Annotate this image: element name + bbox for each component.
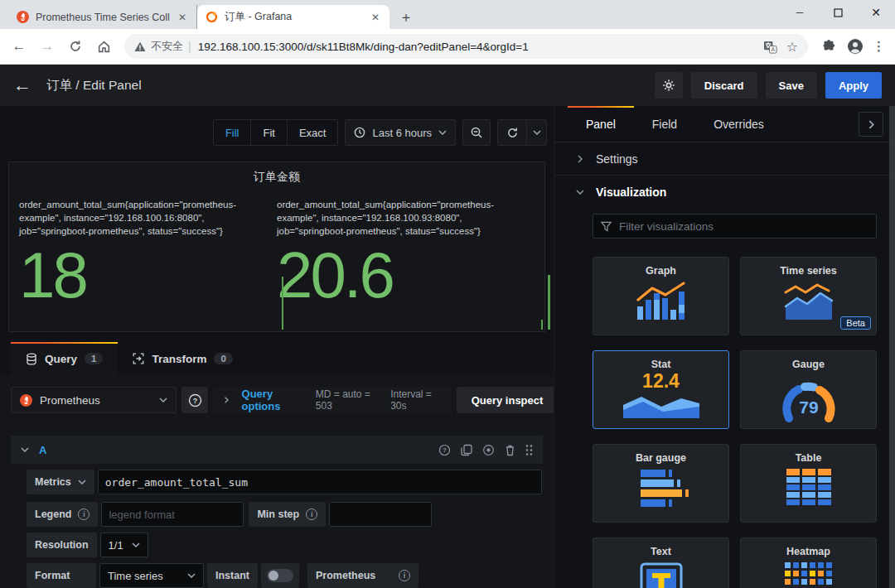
close-button[interactable]: ✕	[857, 0, 895, 25]
info-icon: i	[306, 508, 317, 520]
help-circle-icon: ?	[188, 393, 202, 407]
info-icon: i	[399, 570, 410, 581]
apply-button[interactable]: Apply	[825, 72, 882, 99]
zoom-out-button[interactable]	[462, 119, 491, 146]
settings-label: Settings	[596, 152, 638, 166]
viz-card-heatmap[interactable]: Heatmap	[740, 537, 877, 588]
browser-tab-grafana[interactable]: 订单 - Grafana ✕	[197, 5, 389, 29]
datasource-picker[interactable]: Prometheus	[11, 387, 177, 413]
tab-field[interactable]: Field	[634, 106, 695, 142]
viz-card-graph[interactable]: Graph	[593, 257, 729, 335]
address-bar[interactable]: 不安全 | 192.168.100.15:3000/d/sk11Bt8Mk/di…	[124, 34, 808, 59]
format-value: Time series	[108, 570, 179, 582]
format-select[interactable]: Time series	[99, 563, 204, 588]
stat-value: 20.6	[277, 244, 508, 306]
tab-panel[interactable]: Panel	[568, 106, 634, 142]
extensions-puzzle-icon[interactable]	[820, 37, 838, 55]
back-icon[interactable]: ←	[7, 34, 31, 59]
time-range-picker[interactable]: Last 6 hours	[345, 119, 456, 146]
minimize-button[interactable]: ─	[781, 0, 819, 25]
translate-icon[interactable]: A	[762, 37, 780, 55]
viz-card-time-series[interactable]: Time series Beta	[740, 257, 877, 335]
query-help-icon[interactable]: ?	[438, 444, 451, 456]
discard-button[interactable]: Discard	[691, 72, 757, 99]
reload-icon[interactable]	[63, 34, 88, 59]
profile-avatar[interactable]	[846, 37, 864, 55]
viz-card-title: Heatmap	[786, 546, 830, 557]
sidebar-scrollbar[interactable]	[889, 106, 895, 588]
maximize-button[interactable]	[819, 0, 857, 25]
datasource-help-button[interactable]: ?	[181, 387, 208, 413]
query-inspector-button[interactable]: Query inspect	[457, 387, 554, 413]
max-datapoints-text: MD = auto = 503	[316, 388, 379, 412]
exact-option[interactable]: Exact	[288, 120, 338, 145]
forward-icon[interactable]: →	[35, 34, 60, 59]
query-row-header[interactable]: A ?	[11, 436, 543, 464]
metrics-dropdown[interactable]: Metrics	[27, 470, 94, 494]
legend-format-input[interactable]	[101, 502, 244, 527]
page-title: 订单 / Edit Panel	[46, 77, 640, 94]
time-range-label: Last 6 hours	[372, 127, 432, 139]
tab-close-icon[interactable]: ✕	[370, 12, 381, 23]
tab-query[interactable]: Query 1	[11, 342, 118, 375]
collapse-sidebar-button[interactable]	[859, 112, 883, 137]
tab-title: 订单 - Grafana	[225, 10, 363, 24]
transform-icon	[133, 353, 144, 364]
viz-card-table[interactable]: Table	[740, 444, 877, 523]
bookmark-star-icon[interactable]: ☆	[786, 39, 798, 55]
gear-icon	[662, 79, 675, 92]
browser-tab-prometheus[interactable]: Prometheus Time Series Colle ✕	[8, 5, 197, 29]
panel-settings-gear-button[interactable]	[655, 72, 683, 99]
settings-section-header[interactable]: Settings	[554, 142, 895, 176]
pane-size-toggle: Fill Fit Exact	[213, 119, 339, 146]
chevron-down-icon	[159, 398, 167, 402]
delete-query-trash-icon[interactable]	[505, 444, 515, 456]
heatmap-icon	[785, 562, 833, 588]
fit-option[interactable]: Fit	[251, 120, 286, 145]
beta-badge: Beta	[840, 316, 871, 330]
browser-toolbar: ← → 不安全 | 192.168.100.15:3000/d/sk11Bt8M…	[0, 29, 895, 65]
clock-icon	[354, 127, 365, 138]
tab-overrides[interactable]: Overrides	[695, 106, 782, 142]
exemplars-label: Prometheus i	[307, 563, 418, 588]
tab-transform[interactable]: Transform 0	[118, 342, 247, 375]
drag-handle-icon[interactable]	[525, 444, 533, 456]
visualization-section-header[interactable]: Visualization	[554, 176, 895, 209]
browser-tabstrip: Prometheus Time Series Colle ✕ 订单 - Graf…	[0, 0, 895, 29]
tab-title: Prometheus Time Series Colle	[36, 12, 170, 23]
instant-toggle[interactable]	[261, 563, 299, 588]
filter-visualizations-input[interactable]	[619, 220, 868, 233]
tab-close-icon[interactable]: ✕	[177, 12, 188, 23]
viz-card-gauge[interactable]: Gauge 79	[740, 350, 877, 429]
disable-query-eye-icon[interactable]	[482, 444, 495, 456]
resolution-select[interactable]: 1/1	[100, 533, 148, 557]
refresh-button[interactable]	[497, 119, 527, 146]
stat-panel-preview[interactable]: 订单金额 order_amount_total_sum{application=…	[8, 161, 545, 332]
query-options-label: Query options	[242, 388, 304, 412]
browser-menu-icon[interactable]: ⋮	[873, 39, 885, 54]
refresh-control	[497, 119, 547, 146]
viz-card-stat[interactable]: Stat 12.4	[593, 350, 729, 429]
security-chip[interactable]: 不安全 |	[134, 39, 191, 54]
metric-expression-input[interactable]	[98, 470, 542, 494]
gauge-icon: 79	[777, 375, 840, 423]
min-step-input[interactable]	[329, 502, 432, 527]
new-tab-button[interactable]: ＋	[394, 5, 418, 28]
duplicate-query-icon[interactable]	[461, 444, 472, 456]
instant-label-text: Instant	[215, 570, 249, 581]
min-step-label: Min step i	[249, 502, 326, 527]
query-options-bar[interactable]: Query options MD = auto = 503 Interval =…	[213, 387, 452, 413]
back-arrow-icon[interactable]: ←	[13, 76, 31, 94]
bar-gauge-icon	[634, 469, 689, 508]
time-series-icon	[782, 282, 835, 321]
save-button[interactable]: Save	[766, 72, 817, 99]
viz-card-bar-gauge[interactable]: Bar gauge	[593, 444, 729, 523]
home-icon[interactable]	[91, 34, 116, 59]
stat-preview-value: 12.4	[642, 372, 680, 391]
filter-visualizations-field[interactable]	[593, 214, 877, 239]
refresh-icon	[506, 127, 519, 139]
sparkline-spike	[282, 277, 283, 330]
fill-option[interactable]: Fill	[214, 120, 251, 145]
viz-card-text[interactable]: Text	[593, 537, 729, 588]
refresh-interval-dropdown[interactable]	[527, 119, 547, 146]
